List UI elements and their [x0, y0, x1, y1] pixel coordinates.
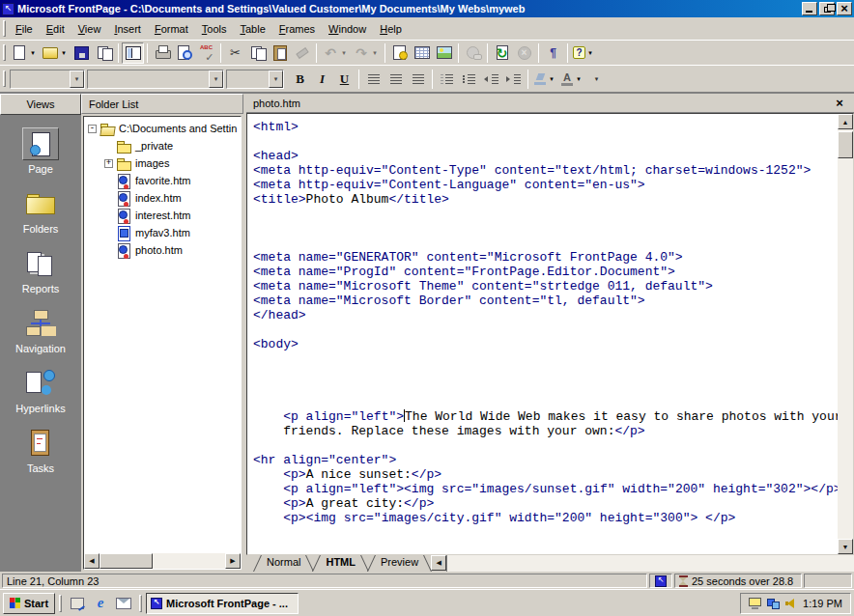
toolbar-grip[interactable]: [3, 70, 6, 87]
editor-tab-normal[interactable]: Normal: [254, 555, 313, 572]
dropdown-arrow-icon[interactable]: ▾: [574, 69, 584, 90]
dropdown-arrow-icon[interactable]: ▾: [339, 42, 349, 64]
menu-edit[interactable]: Edit: [40, 20, 71, 38]
save-button[interactable]: [71, 42, 93, 64]
scroll-down-button[interactable]: ▼: [838, 539, 853, 554]
internet-explorer-icon[interactable]: e: [93, 597, 108, 610]
dropdown-arrow-icon[interactable]: ▾: [28, 42, 38, 64]
hscrollbar-thumb[interactable]: [100, 553, 153, 569]
outlook-express-icon[interactable]: [116, 597, 131, 610]
close-document-button[interactable]: ×: [832, 96, 847, 110]
folder-tree-item-c-documents-and-settin[interactable]: -C:\Documents and Settin: [84, 120, 241, 137]
network-tray-icon[interactable]: [767, 598, 780, 609]
format-painter-button[interactable]: [291, 42, 313, 64]
vscrollbar-thumb[interactable]: [838, 131, 853, 158]
folder-tree-item-favorite-htm[interactable]: favorite.htm: [84, 172, 241, 189]
taskbar-grip[interactable]: [139, 595, 142, 612]
folder-tree[interactable]: -C:\Documents and Settin_private+imagesf…: [84, 117, 241, 553]
expand-icon[interactable]: +: [104, 159, 113, 168]
size-combo[interactable]: ▾: [226, 70, 284, 89]
bold-button[interactable]: B: [289, 69, 311, 90]
dropdown-arrow-icon[interactable]: ▾: [70, 70, 84, 88]
menu-insert[interactable]: Insert: [107, 20, 148, 38]
menu-tools[interactable]: Tools: [195, 20, 234, 38]
refresh-button[interactable]: ↻: [491, 42, 513, 64]
cut-button[interactable]: ✂: [224, 42, 246, 64]
folder-tree-item-interest-htm[interactable]: interest.htm: [84, 207, 241, 224]
insert-component-button[interactable]: [388, 42, 411, 64]
align-center-button[interactable]: [384, 69, 407, 90]
open-file-button[interactable]: ▾: [40, 42, 71, 64]
views-item-hyperlinks[interactable]: Hyperlinks: [0, 367, 81, 414]
menu-view[interactable]: View: [71, 20, 108, 38]
folder-tree-item-photo-htm[interactable]: photo.htm: [84, 241, 241, 259]
font-color-button[interactable]: A▾: [558, 69, 585, 90]
increase-indent-button[interactable]: [502, 69, 525, 90]
publish-web-button[interactable]: [93, 42, 115, 64]
dropdown-arrow-icon[interactable]: ▾: [269, 70, 283, 88]
frontpage-app-icon[interactable]: ↖: [2, 3, 14, 15]
undo-button[interactable]: ↶▾: [320, 42, 351, 64]
new-page-button[interactable]: ▾: [9, 42, 40, 64]
tab-scroll-left-button[interactable]: ◀: [431, 555, 446, 571]
views-item-navigation[interactable]: Navigation: [0, 307, 81, 354]
hyperlink-button[interactable]: [462, 42, 484, 64]
toolbar-grip[interactable]: [3, 44, 6, 61]
collapse-icon[interactable]: -: [88, 125, 97, 133]
volume-tray-icon[interactable]: [785, 598, 797, 609]
dropdown-arrow-icon[interactable]: ▾: [209, 70, 223, 88]
underline-button[interactable]: U: [333, 69, 356, 90]
folder-tree-item-images[interactable]: +images: [84, 154, 241, 172]
folder-tree-item-index-htm[interactable]: index.htm: [84, 189, 241, 207]
hscrollbar-track[interactable]: [100, 553, 225, 569]
editor-tab-html[interactable]: HTML: [313, 555, 368, 572]
editor-hscrollbar-track[interactable]: [446, 555, 854, 572]
more-buttons-button[interactable]: ▾: [585, 69, 608, 90]
align-left-button[interactable]: [362, 69, 384, 90]
menu-help[interactable]: Help: [373, 20, 409, 38]
style-combo[interactable]: ▾: [10, 70, 85, 89]
restore-button[interactable]: [819, 2, 835, 15]
scroll-left-button[interactable]: ◀: [84, 553, 100, 569]
copy-button[interactable]: [246, 42, 269, 64]
views-item-page[interactable]: Page: [0, 127, 81, 175]
redo-button[interactable]: ↷▾: [351, 42, 382, 64]
scroll-up-button[interactable]: ▲: [838, 114, 853, 129]
insert-picture-button[interactable]: [433, 42, 455, 64]
print-button[interactable]: [151, 42, 173, 64]
close-button[interactable]: [837, 2, 852, 15]
taskbar-grip[interactable]: [59, 595, 62, 612]
folder-tree-item-myfav3-htm[interactable]: myfav3.htm: [84, 224, 241, 241]
menu-table[interactable]: Table: [233, 20, 271, 38]
insert-table-button[interactable]: [411, 42, 433, 64]
display-tray-icon[interactable]: [749, 598, 761, 609]
bulleted-list-button[interactable]: [458, 69, 480, 90]
views-item-reports[interactable]: Reports: [0, 247, 81, 294]
stop-button[interactable]: [513, 42, 535, 64]
dropdown-arrow-icon[interactable]: ▾: [59, 42, 69, 64]
italic-button[interactable]: I: [311, 69, 333, 90]
spelling-button[interactable]: ABC: [195, 42, 217, 64]
highlight-color-button[interactable]: ▾: [531, 69, 558, 90]
views-item-folders[interactable]: Folders: [0, 187, 81, 235]
preview-in-browser-button[interactable]: [173, 42, 195, 64]
font-combo[interactable]: ▾: [87, 70, 224, 89]
numbered-list-button[interactable]: [436, 69, 458, 90]
decrease-indent-button[interactable]: [480, 69, 502, 90]
folder-list-toggle-button[interactable]: [122, 42, 144, 64]
views-item-tasks[interactable]: Tasks: [0, 427, 81, 474]
menu-file[interactable]: File: [9, 20, 40, 38]
vscrollbar-track[interactable]: [838, 129, 853, 539]
start-button[interactable]: Start: [3, 593, 55, 614]
scroll-right-button[interactable]: ▶: [225, 553, 241, 569]
show-desktop-icon[interactable]: [70, 597, 85, 610]
menu-format[interactable]: Format: [148, 20, 195, 38]
html-code-area[interactable]: <html><head><meta http-equiv="Content-Ty…: [247, 114, 838, 554]
editor-tab-preview[interactable]: Preview: [368, 555, 431, 572]
dropdown-arrow-icon[interactable]: ▾: [547, 69, 556, 90]
taskbar-task-button[interactable]: ↖Microsoft FrontPage - ...: [146, 593, 299, 614]
minimize-button[interactable]: [802, 2, 817, 15]
align-right-button[interactable]: [407, 69, 429, 90]
dropdown-arrow-icon[interactable]: ▾: [585, 42, 595, 64]
show-all-button[interactable]: ¶: [542, 42, 564, 64]
